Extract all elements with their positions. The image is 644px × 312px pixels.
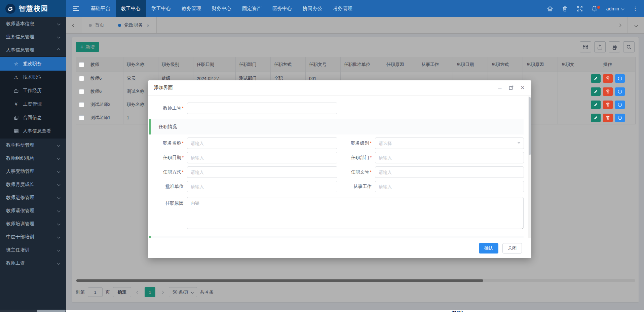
field-label: 职务名称* — [148, 140, 184, 146]
form-group: 任职日期* — [148, 152, 337, 163]
info-button[interactable] — [615, 74, 625, 83]
topnav-item[interactable]: 医务中心 — [267, 0, 297, 17]
edit-button[interactable] — [591, 87, 601, 96]
clock-text: 01:10 — [452, 310, 463, 312]
dialog-scrollbar[interactable] — [528, 96, 531, 238]
sidebar-item[interactable]: ⚓技术职位 — [0, 71, 66, 84]
collapse-sidebar-button[interactable] — [66, 0, 85, 17]
teacher-no-label: 教师工号 — [163, 106, 181, 111]
topnav-item[interactable]: 固定资产 — [237, 0, 267, 17]
sidebar-item[interactable]: 工作经历 — [0, 84, 66, 98]
delete-button[interactable] — [603, 87, 613, 96]
info-button[interactable] — [615, 101, 625, 109]
minimize-icon[interactable]: ─ — [497, 85, 502, 90]
delete-button[interactable] — [603, 74, 613, 83]
row-checkbox[interactable] — [79, 102, 84, 107]
field-input-任职文号[interactable] — [375, 166, 524, 178]
sidebar-group-label: 教师请假管理 — [6, 208, 34, 214]
sidebar-group[interactable]: 教师基本信息 — [0, 17, 66, 30]
chevron-down-icon — [621, 7, 624, 10]
trash-icon[interactable] — [562, 6, 568, 12]
app-logo[interactable]: 智慧校园 — [0, 0, 66, 17]
topnav-item[interactable]: 财务中心 — [206, 0, 237, 17]
sidebar-group-label: 教师进修管理 — [6, 195, 34, 201]
topnav-item[interactable]: 协同办公 — [297, 0, 328, 17]
sidebar-group[interactable]: 人事变动管理 — [0, 165, 66, 178]
chevron-down-icon — [57, 22, 61, 26]
add-dialog: 添加界面 ─ ✕ 教师工号* 任职情况 职务名称*职务级别*任职日期*任职部门*… — [148, 80, 531, 258]
sidebar-scrollbar-thumb[interactable] — [37, 310, 66, 312]
sidebar-group[interactable]: 教师培训管理 — [0, 217, 66, 230]
field-select-职务级别[interactable] — [375, 138, 524, 149]
delete-button[interactable] — [603, 114, 613, 122]
field-label-text: 任职部门 — [351, 155, 369, 160]
edit-button[interactable] — [591, 101, 601, 109]
dialog-scrollbar-thumb[interactable] — [529, 97, 531, 155]
topnav-item[interactable]: 教工中心 — [116, 0, 146, 17]
field-input-任职方式[interactable] — [187, 166, 337, 178]
fullscreen-icon[interactable] — [577, 6, 583, 12]
sidebar-item[interactable]: ☆党政职务 — [0, 57, 66, 71]
chevron-down-icon — [57, 157, 61, 160]
topnav-item[interactable]: 基础平台 — [85, 0, 116, 17]
row-checkbox[interactable] — [79, 76, 84, 81]
sidebar-group[interactable]: 业务信息管理 — [0, 30, 66, 43]
sidebar-group[interactable]: 班主任培训 — [0, 243, 66, 257]
close-icon[interactable]: ✕ — [520, 85, 525, 90]
dialog-header[interactable]: 添加界面 ─ ✕ — [148, 80, 531, 95]
confirm-button[interactable]: 确认 — [479, 243, 498, 254]
chevron-down-icon — [57, 170, 61, 173]
select-all-checkbox[interactable] — [79, 62, 84, 67]
teacher-no-input[interactable] — [187, 103, 337, 114]
field-input-批准单位[interactable] — [187, 181, 337, 192]
field-input-职务名称[interactable] — [187, 138, 337, 149]
sidebar-group[interactable]: 人事信息管理 — [0, 43, 66, 56]
close-button[interactable]: 关闭 — [502, 243, 522, 254]
sidebar-item-label: 人事信息查看 — [23, 128, 51, 134]
notifications-bell-icon[interactable] — [592, 6, 598, 12]
delete-button[interactable] — [603, 101, 613, 109]
topnav-item[interactable]: 考务管理 — [328, 0, 358, 17]
chevron-down-icon — [57, 235, 61, 239]
row-checkbox[interactable] — [79, 115, 84, 120]
appointment-reason-textarea[interactable] — [187, 197, 524, 229]
sidebar-group[interactable]: 教师组织机构 — [0, 152, 66, 165]
field-label: 任职文号* — [337, 169, 372, 175]
sidebar-group[interactable]: 中层干部培训 — [0, 230, 66, 243]
field-input-任职日期[interactable] — [187, 152, 337, 163]
topnav-item[interactable]: 教务管理 — [176, 0, 206, 17]
field-wrap — [375, 181, 524, 192]
sidebar-scrollbar[interactable] — [0, 310, 66, 312]
sidebar-group[interactable]: 教师月度成长 — [0, 178, 66, 191]
sidebar-group[interactable]: 教师请假管理 — [0, 204, 66, 217]
topnav-item[interactable]: 学工中心 — [146, 0, 176, 17]
user-menu[interactable]: admin — [606, 6, 624, 11]
info-button[interactable] — [615, 114, 625, 122]
field-wrap — [375, 138, 524, 149]
sidebar-item[interactable]: 合同信息 — [0, 111, 66, 124]
sidebar-item[interactable]: ¥工资管理 — [0, 98, 66, 111]
bottom-strip: 01:10 — [66, 310, 644, 312]
sidebar-group[interactable]: 教学科研管理 — [0, 139, 66, 152]
sidebar-item[interactable]: 人事信息查看 — [0, 124, 66, 138]
field-input-从事工作[interactable] — [375, 181, 524, 192]
info-button[interactable] — [615, 87, 625, 96]
chevron-down-icon — [57, 144, 61, 147]
required-asterisk: * — [182, 155, 184, 160]
field-input-任职部门[interactable] — [375, 152, 524, 163]
row-checkbox[interactable] — [79, 89, 84, 94]
field-label-text: 职务级别 — [351, 141, 369, 146]
field-label: 从事工作 — [337, 184, 372, 190]
sidebar-group-label: 教师组织机构 — [6, 155, 34, 161]
maximize-icon[interactable] — [508, 85, 514, 90]
chevron-down-icon — [57, 196, 61, 199]
edit-button[interactable] — [591, 74, 601, 83]
required-asterisk: * — [182, 169, 184, 174]
form-group: 任职部门* — [337, 152, 524, 163]
more-options-icon[interactable]: ⋮ — [633, 5, 638, 12]
sidebar-group[interactable]: 教师工资 — [0, 257, 66, 270]
sidebar-group[interactable]: 教师进修管理 — [0, 191, 66, 204]
field-wrap — [187, 181, 337, 192]
edit-button[interactable] — [591, 114, 601, 122]
home-icon[interactable] — [547, 6, 553, 12]
